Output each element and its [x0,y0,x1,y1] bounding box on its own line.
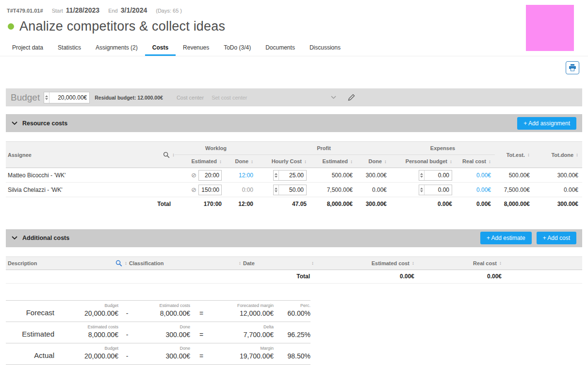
sort-icon[interactable]: ↕ [450,159,452,164]
real-cost-link[interactable]: 0.00€ [476,187,491,193]
column-header-real-cost: Real cost↕ [456,155,495,168]
value: 19,700.00€ [212,352,274,360]
operator: - [118,331,136,339]
add-estimate-button[interactable]: + Add estimate [480,232,532,244]
value: 300.00€ [136,352,190,360]
total-profit-done: 300.00€ [357,197,391,211]
hourly-cost-spinner[interactable] [274,185,279,195]
budget-input-wrap [44,92,90,103]
total-hourly-cost: 47.05 [257,197,310,211]
task-code: T#T479.01.01# [7,8,43,14]
days-count: (Days: 65 ) [156,8,182,14]
value: 20,000.00€ [54,309,118,317]
hourly-cost-input[interactable] [279,185,306,195]
no-estimation-icon[interactable]: ⊘ [191,171,196,179]
total-estimated-cost: 0.00€ [314,270,418,283]
worklog-done-link[interactable]: 12:00 [239,172,253,179]
total-personal-budget: 0.00€ [391,197,456,211]
print-button[interactable] [566,61,579,74]
tab-discussions[interactable]: Discussions [302,40,348,56]
personal-budget-spinner[interactable] [419,185,425,195]
tab-todo[interactable]: ToDo (3/4) [216,40,258,56]
budget-bar: Budget Residual budget: 12.000.00€ Cost … [6,88,582,106]
sort-icon[interactable]: ↕ [350,159,353,164]
value: 20,000.00€ [54,352,118,360]
column-header-worklog-done: Done↕ [226,155,257,168]
edit-budget-pencil-icon[interactable] [348,94,355,101]
personal-budget-spinner[interactable] [419,170,425,180]
total-real-cost: 0.00€ [418,270,506,283]
column-header-assignee: Assignee ↕ [6,142,175,168]
total-tot-done: 300.00€ [534,197,582,211]
tab-project-data[interactable]: Project data [5,40,50,56]
cost-center-field[interactable]: Set cost center [212,95,247,101]
section-title: Additional costs [22,235,69,241]
operator: = [190,352,212,360]
collapse-chevron-icon[interactable] [12,121,17,125]
sort-icon[interactable]: ↕ [311,260,314,266]
column-header-tot-est: Tot.est.↕ [495,142,534,168]
value: 98.50% [274,352,310,360]
sort-icon[interactable]: ↕ [489,159,491,164]
worklog-estimated-input[interactable] [199,170,221,180]
tab-revenues[interactable]: Revenues [176,40,216,56]
sort-icon[interactable]: ↕ [576,152,578,157]
search-icon[interactable] [115,260,122,267]
summary-label: Estimated [6,330,54,339]
personal-budget-input[interactable] [425,170,452,180]
table-row: Silvia Chelazzi - 'WK' ⊘ 0:00 7,500.00€ … [6,183,582,197]
sort-icon[interactable]: ↕ [384,159,387,164]
summary-row-actual: Actual Budget20,000.00€ - Done300.00€ = … [6,343,310,365]
add-cost-button[interactable]: + Add cost [537,232,576,244]
tab-documents[interactable]: Documents [258,40,302,56]
value: 300.00€ [136,331,190,339]
real-cost-link[interactable]: 0.00€ [476,172,491,179]
no-estimation-icon[interactable]: ⊘ [191,186,196,193]
additional-costs-header: Additional costs + Add estimate + Add co… [6,229,582,247]
summary-row-forecast: Forecast Budget20,000.00€ - Estimated co… [6,300,310,322]
worklog-estimated-input[interactable] [199,185,221,195]
additional-costs-table: Description ↕ Classification↕ Date↕ Esti… [6,256,582,284]
column-header-tot-done: Tot.done↕ [534,142,582,168]
profit-done-value: 0.00€ [357,183,391,197]
profit-done-value: 300.00€ [357,168,391,183]
sort-icon[interactable]: ↕ [219,159,222,164]
sort-icon[interactable]: ↕ [239,260,241,266]
budget-input[interactable] [49,92,89,103]
tab-assignments[interactable]: Assignments (2) [88,40,145,56]
end-date: 3/1/2024 [121,6,147,14]
caption: Forecasted margin [212,303,274,308]
sort-icon[interactable]: ↕ [304,159,307,164]
sort-icon[interactable]: ↕ [251,159,253,164]
hourly-cost-input[interactable] [279,170,306,180]
operator: - [118,309,136,317]
residual-budget: Residual budget: 12.000.00€ [95,95,163,101]
tab-costs[interactable]: Costs [145,40,176,56]
total-label: Total [6,197,175,211]
personal-budget-input[interactable] [425,185,452,195]
caption: Done [136,346,190,351]
summary-label: Actual [6,351,54,360]
total-profit-estimated: 8,000.00€ [310,197,357,211]
sort-icon[interactable]: ↕ [527,152,530,157]
budget-spinner[interactable] [44,92,49,103]
collapse-chevron-icon[interactable] [12,236,17,240]
summary-label: Forecast [6,308,54,317]
add-assignment-button[interactable]: + Add assignment [517,117,576,130]
sticky-note[interactable] [526,5,574,51]
sort-icon[interactable]: ↕ [412,260,414,266]
group-header-expenses: Expenses [391,142,495,155]
sort-icon[interactable]: ↕ [499,260,502,266]
caption: Delta [212,324,274,329]
sort-icon[interactable]: ↕ [125,260,127,266]
cost-center-chevron-icon[interactable] [331,96,336,99]
total-worklog-done: 12:00 [226,197,257,211]
hourly-cost-spinner[interactable] [274,170,279,180]
sort-icon[interactable]: ↕ [172,152,175,157]
group-header-profit: Profit [257,142,391,155]
search-icon[interactable] [163,152,170,158]
total-label: Total [241,270,314,283]
tab-statistics[interactable]: Statistics [50,40,88,56]
start-date: 11/28/2023 [66,6,99,14]
operator: - [118,352,136,360]
